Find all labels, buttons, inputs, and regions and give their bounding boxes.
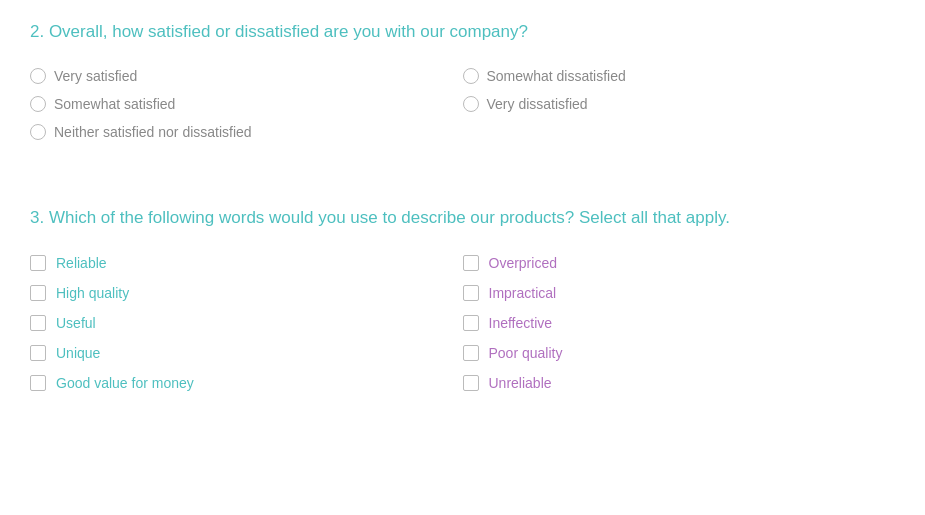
question-3-left-col: Reliable High quality Useful Unique Good…	[30, 248, 463, 398]
checkbox-label-impractical: Impractical	[489, 285, 557, 301]
question-2-right-col: Somewhat dissatisfied Very dissatisfied	[463, 62, 896, 146]
radio-neither[interactable]: Neither satisfied nor dissatisfied	[30, 118, 463, 146]
question-2: 2. Overall, how satisfied or dissatisfie…	[30, 20, 895, 146]
question-3-title: 3. Which of the following words would yo…	[30, 206, 895, 230]
checkbox-reliable[interactable]: Reliable	[30, 248, 463, 278]
checkbox-overpriced[interactable]: Overpriced	[463, 248, 896, 278]
checkbox-input-overpriced[interactable]	[463, 255, 479, 271]
radio-label-neither: Neither satisfied nor dissatisfied	[54, 124, 252, 140]
radio-somewhat-satisfied[interactable]: Somewhat satisfied	[30, 90, 463, 118]
checkbox-unique[interactable]: Unique	[30, 338, 463, 368]
checkbox-impractical[interactable]: Impractical	[463, 278, 896, 308]
checkbox-input-impractical[interactable]	[463, 285, 479, 301]
checkbox-high-quality[interactable]: High quality	[30, 278, 463, 308]
radio-somewhat-dissatisfied[interactable]: Somewhat dissatisfied	[463, 62, 896, 90]
checkbox-input-unique[interactable]	[30, 345, 46, 361]
section-divider	[30, 176, 895, 206]
question-3-right-col: Overpriced Impractical Ineffective Poor …	[463, 248, 896, 398]
checkbox-useful[interactable]: Useful	[30, 308, 463, 338]
checkbox-label-reliable: Reliable	[56, 255, 107, 271]
checkbox-label-unique: Unique	[56, 345, 100, 361]
checkbox-label-good-value: Good value for money	[56, 375, 194, 391]
checkbox-input-ineffective[interactable]	[463, 315, 479, 331]
radio-label-somewhat-dissatisfied: Somewhat dissatisfied	[487, 68, 626, 84]
radio-label-very-satisfied: Very satisfied	[54, 68, 137, 84]
checkbox-label-ineffective: Ineffective	[489, 315, 553, 331]
radio-very-satisfied[interactable]: Very satisfied	[30, 62, 463, 90]
checkbox-unreliable[interactable]: Unreliable	[463, 368, 896, 398]
question-2-left-col: Very satisfied Somewhat satisfied Neithe…	[30, 62, 463, 146]
radio-label-somewhat-satisfied: Somewhat satisfied	[54, 96, 175, 112]
checkbox-poor-quality[interactable]: Poor quality	[463, 338, 896, 368]
checkbox-input-unreliable[interactable]	[463, 375, 479, 391]
question-2-options: Very satisfied Somewhat satisfied Neithe…	[30, 62, 895, 146]
checkbox-label-overpriced: Overpriced	[489, 255, 557, 271]
checkbox-input-high-quality[interactable]	[30, 285, 46, 301]
checkbox-label-unreliable: Unreliable	[489, 375, 552, 391]
checkbox-label-high-quality: High quality	[56, 285, 129, 301]
checkbox-input-useful[interactable]	[30, 315, 46, 331]
question-2-title: 2. Overall, how satisfied or dissatisfie…	[30, 20, 895, 44]
question-3-options: Reliable High quality Useful Unique Good…	[30, 248, 895, 398]
radio-very-dissatisfied[interactable]: Very dissatisfied	[463, 90, 896, 118]
radio-input-very-satisfied[interactable]	[30, 68, 46, 84]
checkbox-label-poor-quality: Poor quality	[489, 345, 563, 361]
checkbox-input-reliable[interactable]	[30, 255, 46, 271]
radio-label-very-dissatisfied: Very dissatisfied	[487, 96, 588, 112]
checkbox-label-useful: Useful	[56, 315, 96, 331]
question-3: 3. Which of the following words would yo…	[30, 206, 895, 398]
checkbox-good-value[interactable]: Good value for money	[30, 368, 463, 398]
radio-input-somewhat-dissatisfied[interactable]	[463, 68, 479, 84]
checkbox-ineffective[interactable]: Ineffective	[463, 308, 896, 338]
radio-input-neither[interactable]	[30, 124, 46, 140]
radio-input-somewhat-satisfied[interactable]	[30, 96, 46, 112]
radio-input-very-dissatisfied[interactable]	[463, 96, 479, 112]
checkbox-input-poor-quality[interactable]	[463, 345, 479, 361]
checkbox-input-good-value[interactable]	[30, 375, 46, 391]
